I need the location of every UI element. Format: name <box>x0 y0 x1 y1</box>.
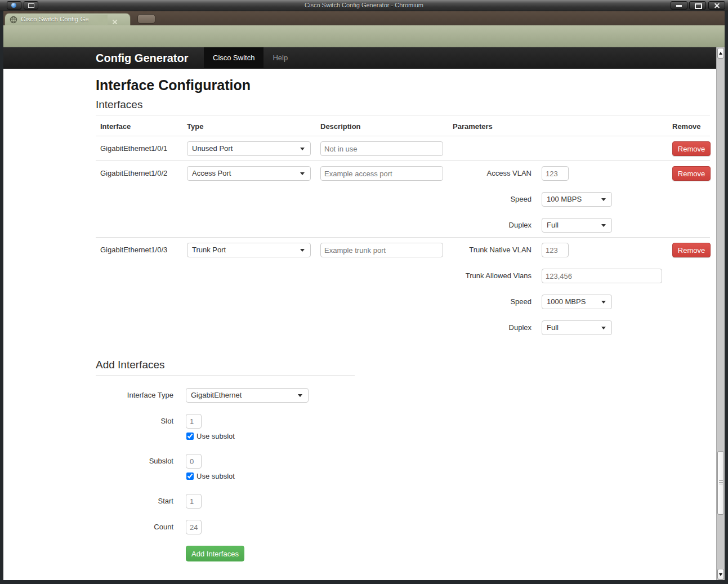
field-label: Subslot <box>96 454 173 480</box>
browser-window: Cisco Switch Config Generator - Chromium… <box>0 0 728 584</box>
slot-input[interactable] <box>186 414 202 429</box>
globe-favicon-icon <box>10 16 17 24</box>
close-button[interactable] <box>708 1 725 10</box>
field-label: Start <box>96 494 173 509</box>
window-frame <box>0 580 728 584</box>
param-label: Duplex <box>453 218 532 233</box>
header-parameters: Parameters <box>448 115 668 136</box>
description-input[interactable] <box>320 166 443 181</box>
interfaces-table: Interface Type Description Parameters Re… <box>96 115 710 340</box>
nav-cisco-switch[interactable]: Cisco Switch <box>204 47 263 69</box>
trunk-native-vlan-input[interactable] <box>542 243 569 257</box>
chevron-down-icon <box>601 224 606 227</box>
table-row: GigabitEthernet1/0/3 Trunk Port Trunk Na… <box>96 238 710 340</box>
remove-button[interactable]: Remove <box>672 141 711 156</box>
interfaces-legend: Interfaces <box>96 99 710 115</box>
header-remove: Remove <box>668 115 710 136</box>
browser-tab[interactable]: Cisco Switch Config Ge <box>5 13 131 25</box>
checkbox-label: Use subslot <box>196 472 235 480</box>
interface-name: GigabitEthernet1/0/1 <box>100 141 167 156</box>
webpage: Config Generator Cisco Switch Help Inter… <box>3 47 716 580</box>
description-input[interactable] <box>320 243 443 257</box>
scroll-down-button[interactable] <box>717 569 724 579</box>
site-brand[interactable]: Config Generator <box>96 47 188 69</box>
chevron-down-icon <box>298 394 302 397</box>
arrow-up-icon <box>719 52 722 55</box>
add-interfaces-button[interactable]: Add Interfaces <box>186 546 244 561</box>
speed-select[interactable]: 1000 MBPS <box>542 295 612 309</box>
table-row: GigabitEthernet1/0/1 Unused Port Remove <box>96 136 710 161</box>
param-label: Trunk Native VLAN <box>453 243 532 257</box>
new-tab-button[interactable] <box>137 14 155 24</box>
type-select[interactable]: Access Port <box>187 166 311 181</box>
site-navbar: Config Generator Cisco Switch Help <box>3 47 716 69</box>
window-frame <box>725 11 728 584</box>
start-input[interactable] <box>186 494 202 509</box>
scrollbar-grip-icon <box>719 480 723 485</box>
field-label: Interface Type <box>96 388 173 403</box>
header-description: Description <box>316 115 448 136</box>
checkbox-label: Use subslot <box>196 432 235 440</box>
tab-close-icon[interactable] <box>112 19 118 25</box>
param-label: Speed <box>453 192 532 207</box>
field-label: Slot <box>96 414 173 440</box>
use-subslot-checkbox[interactable] <box>186 472 194 480</box>
description-input[interactable] <box>320 141 443 156</box>
remove-button[interactable]: Remove <box>672 243 711 257</box>
param-label: Speed <box>453 295 532 309</box>
type-select[interactable]: Trunk Port <box>187 243 311 257</box>
speed-select[interactable]: 100 MBPS <box>542 192 612 207</box>
window-titlebar: Cisco Switch Config Generator - Chromium <box>0 0 728 11</box>
arrow-down-icon <box>719 573 722 576</box>
interface-name: GigabitEthernet1/0/3 <box>100 243 167 257</box>
browser-toolbar: localhost/~ben/scgen/ <box>0 25 728 47</box>
chevron-down-icon <box>300 172 305 175</box>
window-title: Cisco Switch Config Generator - Chromium <box>0 2 728 8</box>
header-interface: Interface <box>96 115 182 136</box>
tab-bar: Cisco Switch Config Ge <box>0 11 728 25</box>
subslot-input[interactable] <box>186 454 202 469</box>
page-title: Interface Configuration <box>96 77 710 93</box>
minimize-button[interactable] <box>671 1 687 10</box>
param-label: Access VLAN <box>453 166 532 181</box>
field-label: Count <box>96 520 173 534</box>
maximize-icon <box>695 3 702 9</box>
chevron-down-icon <box>300 148 305 150</box>
use-subslot-checkbox[interactable] <box>186 433 194 440</box>
trunk-allowed-vlans-input[interactable] <box>542 269 662 283</box>
header-type: Type <box>182 115 316 136</box>
table-header-row: Interface Type Description Parameters Re… <box>96 115 710 136</box>
param-label: Trunk Allowed Vlans <box>453 269 532 283</box>
chevron-down-icon <box>601 301 606 304</box>
scroll-up-button[interactable] <box>717 48 724 59</box>
interface-type-select[interactable]: GigabitEthernet <box>186 388 309 403</box>
site-nav: Cisco Switch Help <box>204 47 297 69</box>
scrollbar-thumb[interactable] <box>717 451 724 515</box>
add-interfaces-form: Interface Type GigabitEthernet Slot Use … <box>96 388 710 561</box>
tab-title-fade <box>78 15 108 25</box>
param-label: Duplex <box>453 320 532 335</box>
interface-name: GigabitEthernet1/0/2 <box>100 166 167 181</box>
window-frame <box>0 11 3 584</box>
type-select[interactable]: Unused Port <box>187 141 311 156</box>
chevron-down-icon <box>601 327 606 329</box>
add-interfaces-legend: Add Interfaces <box>96 359 355 376</box>
count-input[interactable] <box>186 520 202 534</box>
maximize-button[interactable] <box>689 1 706 10</box>
table-row: GigabitEthernet1/0/2 Access Port Access … <box>96 161 710 238</box>
chevron-down-icon <box>601 198 606 201</box>
remove-button[interactable]: Remove <box>672 166 711 181</box>
duplex-select[interactable]: Full <box>542 218 612 233</box>
chevron-down-icon <box>300 249 305 252</box>
minimize-icon <box>676 5 682 7</box>
nav-help[interactable]: Help <box>263 47 297 69</box>
page-scrollbar[interactable] <box>716 47 725 580</box>
duplex-select[interactable]: Full <box>542 320 612 335</box>
access-vlan-input[interactable] <box>542 166 569 181</box>
